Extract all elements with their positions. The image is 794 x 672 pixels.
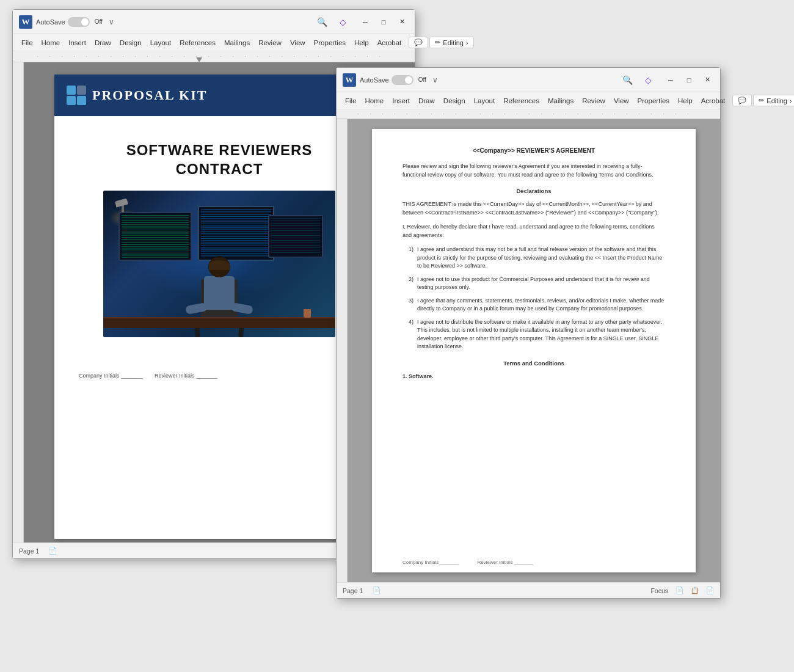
menu-acrobat-back[interactable]: Acrobat xyxy=(374,38,406,48)
list-num-1: 1) xyxy=(409,246,413,271)
menu-insert-back[interactable]: Insert xyxy=(65,38,90,48)
expand-chevron-back[interactable]: ∨ xyxy=(109,18,114,26)
menu-prop-back[interactable]: Properties xyxy=(310,38,349,48)
autosave-toggle-front[interactable] xyxy=(392,75,413,85)
view-print-front[interactable]: 📋 xyxy=(691,586,699,594)
menu-insert-front[interactable]: Insert xyxy=(388,96,413,106)
intro-paragraph: Please review and sign the following rev… xyxy=(402,163,665,179)
search-icon-front[interactable]: 🔍 xyxy=(622,75,633,85)
minimize-btn-front[interactable]: ─ xyxy=(664,73,677,87)
menu-design-front[interactable]: Design xyxy=(440,96,469,106)
menu-layout-front[interactable]: Layout xyxy=(470,96,499,106)
contract-title: SOFTWARE REVIEWERS CONTRACT xyxy=(79,141,360,178)
editing-label-back: Editing xyxy=(443,39,464,46)
copilot-icon-front[interactable]: ◇ xyxy=(645,75,652,85)
editing-button-front[interactable]: ✏ Editing › xyxy=(753,95,794,106)
agreement-text: THIS AGREEMENT is made this <<CurrentDay… xyxy=(402,200,665,217)
pk-icon-4 xyxy=(77,96,86,105)
editing-button-back[interactable]: ✏ Editing › xyxy=(429,37,473,48)
page-front: <<Company>> REVIEWER'S AGREEMENT Please … xyxy=(372,129,696,572)
view-web-front[interactable]: 📄 xyxy=(706,586,714,594)
pk-icon-1 xyxy=(67,86,76,95)
menu-review-back[interactable]: Review xyxy=(255,38,285,48)
menu-file-back[interactable]: File xyxy=(18,38,37,48)
close-btn-back[interactable]: ✕ xyxy=(395,15,409,29)
page-back: PROPOSAL KIT SOFTWARE REVIEWERS CONTRACT xyxy=(54,75,384,539)
footer-reviewer-front: Reviewer Initials _______ xyxy=(478,560,534,565)
menu-acrobat-front[interactable]: Acrobat xyxy=(697,96,729,106)
autosave-label-front: AutoSave xyxy=(360,76,389,84)
software-heading: 1. Software. xyxy=(402,373,665,381)
declaration-text: I, Reviewer, do hereby declare that I ha… xyxy=(402,223,665,239)
terms-heading: Terms and Conditions xyxy=(402,360,665,367)
menu-draw-front[interactable]: Draw xyxy=(415,96,439,106)
view-normal-front[interactable]: 📄 xyxy=(676,586,683,594)
maximize-btn-front[interactable]: □ xyxy=(682,73,696,87)
pencil-icon-front: ✏ xyxy=(759,97,764,104)
page-footer-back: Company Initials _______ Reviewer Initia… xyxy=(54,368,384,384)
doc-title: <<Company>> REVIEWER'S AGREEMENT xyxy=(402,147,665,154)
comment-button-front[interactable]: 💬 xyxy=(732,95,752,106)
menu-ref-front[interactable]: References xyxy=(500,96,543,106)
window-controls-back: ─ □ ✕ xyxy=(359,15,409,29)
list-item-4: 4) I agree not to distribute the softwar… xyxy=(409,318,665,351)
list-item-3: 3) I agree that any comments, statements… xyxy=(409,297,665,313)
menu-ref-back[interactable]: References xyxy=(176,38,219,48)
menu-view-back[interactable]: View xyxy=(286,38,309,48)
search-icon-back[interactable]: 🔍 xyxy=(317,17,327,27)
copilot-icon-back[interactable]: ◇ xyxy=(340,17,346,27)
menu-view-front[interactable]: View xyxy=(610,96,633,106)
doc-icon-back: 📄 xyxy=(49,547,57,555)
maximize-btn-back[interactable]: □ xyxy=(377,15,390,29)
menu-review-front[interactable]: Review xyxy=(578,96,609,106)
pk-icon-3 xyxy=(67,96,76,105)
word-icon-back: W xyxy=(19,15,32,29)
window-controls-front: ─ □ ✕ xyxy=(664,73,714,87)
autosave-off-back: Off xyxy=(95,18,103,25)
list-item-1: 1) I agree and understand this may not b… xyxy=(409,246,665,271)
title-bar-back: W AutoSave Off ∨ 🔍 ◇ ─ □ ✕ xyxy=(13,10,415,34)
expand-chevron-front[interactable]: ∨ xyxy=(432,76,438,84)
doc-area-front[interactable]: <<Company>> REVIEWER'S AGREEMENT Please … xyxy=(348,119,720,582)
pk-icon-grid xyxy=(67,86,86,105)
editing-label-front: Editing xyxy=(767,97,787,104)
menu-design-back[interactable]: Design xyxy=(116,38,145,48)
menu-help-back[interactable]: Help xyxy=(351,38,373,48)
ruler-line-back xyxy=(37,56,390,57)
coffee-cup xyxy=(304,309,311,318)
menu-file-front[interactable]: File xyxy=(341,96,360,106)
autosave-toggle-back[interactable] xyxy=(68,17,90,27)
list-num-3: 3) xyxy=(409,297,413,313)
menu-home-front[interactable]: Home xyxy=(362,96,388,106)
word-window-front: W AutoSave Off ∨ 🔍 ◇ ─ □ ✕ File Home Ins… xyxy=(336,67,721,599)
vertical-ruler-front xyxy=(337,119,348,582)
menu-draw-back[interactable]: Draw xyxy=(91,38,115,48)
focus-label-front[interactable]: Focus xyxy=(650,587,668,594)
menu-prop-front[interactable]: Properties xyxy=(634,96,673,106)
close-btn-front[interactable]: ✕ xyxy=(701,73,714,87)
list-item-2: 2) I agree not to use this product for C… xyxy=(409,276,665,292)
menu-home-back[interactable]: Home xyxy=(38,38,64,48)
logo-text: PROPOSAL KIT xyxy=(92,87,207,103)
page-footer-front: Company Initials _______ Reviewer Initia… xyxy=(402,560,665,565)
status-right-front: Focus 📄 📋 📄 xyxy=(650,586,714,594)
logo-container: PROPOSAL KIT xyxy=(67,86,207,105)
title-bar-front: W AutoSave Off ∨ 🔍 ◇ ─ □ ✕ xyxy=(337,68,720,92)
status-bar-front: Page 1 📄 Focus 📄 📋 📄 xyxy=(337,582,720,598)
menu-help-front[interactable]: Help xyxy=(674,96,696,106)
desk xyxy=(103,317,335,328)
list-num-2: 2) xyxy=(409,276,413,292)
ruler-marker-back[interactable] xyxy=(196,57,202,62)
minimize-btn-back[interactable]: ─ xyxy=(359,15,372,29)
ruler-line-front xyxy=(358,114,699,114)
menu-mail-back[interactable]: Mailings xyxy=(220,38,253,48)
list-text-3: I agree that any comments, statements, t… xyxy=(417,297,665,313)
menu-layout-back[interactable]: Layout xyxy=(147,38,175,48)
pk-icon-2 xyxy=(77,86,86,95)
list-text-1: I agree and understand this may not be a… xyxy=(417,246,665,271)
comment-button-back[interactable]: 💬 xyxy=(409,37,428,48)
cover-body: SOFTWARE REVIEWERS CONTRACT xyxy=(54,116,384,349)
menu-mail-front[interactable]: Mailings xyxy=(544,96,577,106)
editing-chevron-front: › xyxy=(790,97,792,104)
ruler-back xyxy=(13,51,415,62)
